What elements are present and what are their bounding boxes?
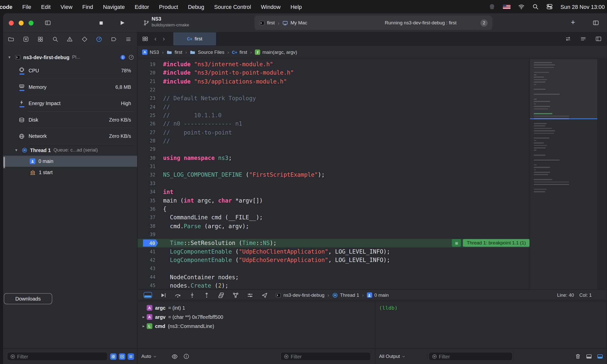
process-row[interactable]: ▾ ns3-dev-first-debug Pl...	[3, 52, 137, 62]
line-number-35[interactable]: 35	[138, 196, 159, 205]
navigator-tab-issues-icon[interactable]	[67, 36, 73, 42]
menu-edit[interactable]: Edit	[41, 4, 51, 10]
keyboard-layout-us-icon[interactable]	[503, 4, 510, 9]
simulate-location-button[interactable]	[261, 292, 268, 299]
editor-scrollbar-track[interactable]	[597, 59, 607, 290]
line-number-41[interactable]: 41	[138, 247, 159, 256]
back-button[interactable]: ‹	[151, 36, 160, 42]
show-console-button[interactable]	[597, 353, 603, 359]
editor-layout-button[interactable]	[592, 20, 600, 26]
line-number-30[interactable]: 30	[138, 154, 159, 162]
tab-first[interactable]: C+ first	[173, 32, 216, 45]
stack-frame-1-start[interactable]: 1 start	[3, 167, 137, 178]
navigator-tab-reports-icon[interactable]	[125, 36, 132, 42]
debug-area-toggle-button[interactable]	[144, 292, 152, 298]
run-button[interactable]	[119, 20, 126, 26]
menu-find[interactable]: Find	[82, 4, 93, 10]
metric-cpu[interactable]: CPU78%	[3, 62, 137, 79]
step-into-button[interactable]	[189, 292, 196, 299]
jumpbar-item-first[interactable]: C+first	[232, 49, 247, 55]
filter-view-mode-button[interactable]	[119, 353, 125, 360]
navigator-filter-field[interactable]	[7, 352, 108, 361]
navigator-tab-find-icon[interactable]	[52, 36, 58, 42]
line-number-29[interactable]: 29	[138, 145, 159, 154]
output-scope-popup[interactable]: All Output	[379, 354, 406, 359]
minimap[interactable]	[530, 59, 597, 290]
line-number-45[interactable]: 45	[138, 281, 159, 289]
activity-view[interactable]: first › My Mac Running ns3-dev-first-deb…	[254, 16, 492, 30]
line-number-32[interactable]: 32	[138, 171, 159, 179]
line-number-22[interactable]: 22	[138, 86, 159, 94]
forward-button[interactable]: ›	[160, 36, 168, 42]
menu-source-control[interactable]: Source Control	[214, 4, 251, 10]
line-number-20[interactable]: 20	[138, 69, 159, 77]
variables-filter-input[interactable]	[291, 354, 368, 359]
debug-crumb-0-main[interactable]: 0 main	[367, 292, 389, 298]
menu-debug[interactable]: Debug	[188, 4, 204, 10]
step-out-button[interactable]	[203, 292, 210, 299]
view-hierarchy-button[interactable]	[218, 292, 225, 299]
stack-frame-0-main[interactable]: 0 main	[3, 156, 137, 167]
line-number-31[interactable]: 31	[138, 162, 159, 171]
adjust-editor-options-button[interactable]	[580, 36, 586, 42]
menu-window[interactable]: Window	[261, 4, 280, 10]
menu-help[interactable]: Help	[291, 4, 302, 10]
console-view[interactable]: (lldb) All Output	[375, 301, 607, 364]
menu-editor[interactable]: Editor	[135, 4, 149, 10]
navigator-tab-breakpoints-icon[interactable]	[111, 36, 117, 42]
variable-row-argv[interactable]: ▸Aargv= (char **) 0x7ffeefbff500	[138, 312, 375, 321]
spotlight-icon[interactable]	[532, 4, 539, 10]
metric-network[interactable]: NetworkZero KB/s	[3, 128, 137, 144]
scheme-info[interactable]: NS3 buildsystem-cmake	[152, 16, 189, 28]
filter-flatten-button[interactable]	[128, 353, 134, 360]
variables-filter-field[interactable]	[280, 352, 371, 361]
jumpbar-item-source-files[interactable]: Source Files	[190, 49, 225, 55]
toggle-navigator-button[interactable]	[44, 20, 52, 26]
clear-console-button[interactable]	[575, 353, 581, 359]
debug-crumb-ns3-dev-first-debug[interactable]: ns3-dev-first-debug	[276, 292, 325, 298]
line-number-25[interactable]: 25	[138, 111, 159, 120]
navigator-filter-input[interactable]	[17, 354, 105, 359]
step-over-button[interactable]	[174, 292, 181, 299]
stop-button[interactable]	[98, 20, 104, 26]
variable-row-argc[interactable]: Aargc= (int) 1	[138, 303, 375, 312]
navigator-tab-source-control-icon[interactable]	[23, 36, 29, 42]
quick-look-button[interactable]	[171, 353, 178, 360]
menu-file[interactable]: File	[22, 4, 31, 10]
line-number-42[interactable]: 42	[138, 256, 159, 264]
navigator-tab-tests-icon[interactable]	[81, 36, 87, 42]
disclosure-open-icon[interactable]: ▾	[15, 147, 19, 153]
menu-view[interactable]: View	[60, 4, 72, 10]
filter-paused-threads-button[interactable]	[110, 353, 117, 360]
metric-energy-impact[interactable]: Energy ImpactHigh	[3, 95, 137, 112]
line-number-28[interactable]: 28	[138, 137, 159, 145]
line-number-37[interactable]: 37	[138, 213, 159, 222]
line-number-23[interactable]: 23	[138, 94, 159, 103]
line-number-40[interactable]: 40	[138, 239, 159, 247]
continue-button[interactable]	[160, 292, 167, 299]
thread-row[interactable]: ▾ Thread 1 Queue: c...ad (serial)	[3, 144, 137, 156]
line-number-36[interactable]: 36	[138, 205, 159, 213]
console-filter-input[interactable]	[439, 354, 509, 359]
disclosure-open-icon[interactable]: ▾	[8, 55, 12, 60]
downloads-button[interactable]: Downloads	[4, 293, 52, 304]
menu-navigate[interactable]: Navigate	[103, 4, 125, 10]
print-description-button[interactable]	[183, 353, 189, 359]
menu-product[interactable]: Product	[159, 4, 178, 10]
navigator-tab-project-icon[interactable]	[8, 36, 14, 42]
line-number-19[interactable]: 19	[138, 60, 159, 69]
close-window-button[interactable]	[9, 20, 14, 25]
navigator-tab-symbols-icon[interactable]	[37, 36, 43, 42]
metric-memory[interactable]: Memory6,8 MB	[3, 79, 137, 95]
memory-graph-button[interactable]	[232, 292, 239, 299]
environment-overrides-button[interactable]	[247, 292, 253, 299]
line-number-38[interactable]: 38	[138, 222, 159, 230]
metric-disk[interactable]: DiskZero KB/s	[3, 112, 137, 128]
line-number-39[interactable]: 39	[138, 230, 159, 239]
console-filter-field[interactable]	[428, 352, 513, 361]
disclosure-icon[interactable]: ▸	[141, 314, 147, 319]
line-number-43[interactable]: 43	[138, 264, 159, 273]
line-number-44[interactable]: 44	[138, 273, 159, 282]
status-menu-app-icon[interactable]	[489, 4, 496, 10]
show-variables-view-button[interactable]	[586, 353, 592, 359]
